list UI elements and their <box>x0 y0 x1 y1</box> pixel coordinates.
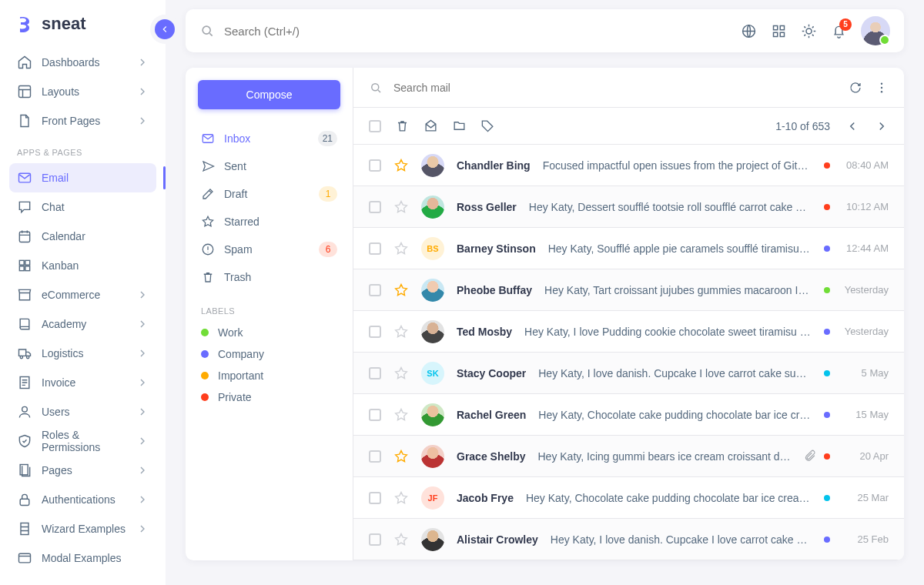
search-input[interactable] <box>223 24 728 38</box>
sidebar-item-calendar[interactable]: Calendar <box>0 222 166 251</box>
mail-from: Barney Stinson <box>457 242 536 255</box>
sidebar-item-chat[interactable]: Chat <box>0 192 166 222</box>
sidebar-item-label: Chat <box>42 201 65 213</box>
mail-row[interactable]: Rachel Green Hey Katy, Chocolate cake pu… <box>353 394 904 436</box>
book-icon <box>17 316 32 332</box>
compose-button[interactable]: Compose <box>198 80 340 109</box>
email-main: 1-10 of 653 Chandler Bing Focused impact… <box>353 68 904 560</box>
label-work[interactable]: Work <box>198 322 340 343</box>
select-all-checkbox[interactable] <box>369 120 381 132</box>
sidebar-item-label: Academy <box>42 318 86 330</box>
label-button[interactable] <box>480 119 495 133</box>
sidebar-item-ecommerce[interactable]: eCommerce <box>0 280 166 309</box>
sidebar-item-pages[interactable]: Pages <box>0 456 166 485</box>
star-toggle[interactable] <box>393 282 409 298</box>
folder-badge: 21 <box>318 131 337 146</box>
chevron-right-icon <box>136 347 149 359</box>
label-private[interactable]: Private <box>198 386 340 408</box>
star-toggle[interactable] <box>393 199 409 215</box>
mail-row[interactable]: Alistair Crowley Hey Katy, I love danish… <box>353 519 904 560</box>
folder-trash[interactable]: Trash <box>198 265 340 289</box>
global-search[interactable] <box>199 23 728 38</box>
star-toggle[interactable] <box>393 241 409 256</box>
email-sidebar: Compose Inbox 21 Sent Draft 1 Starred Sp… <box>186 68 353 560</box>
brand[interactable]: sneat <box>0 14 166 48</box>
user-avatar[interactable] <box>861 16 890 45</box>
layout-icon <box>17 84 32 99</box>
star-toggle[interactable] <box>393 449 409 464</box>
theme-button[interactable] <box>801 23 817 39</box>
mail-search-input[interactable] <box>392 81 839 95</box>
folder-spam[interactable]: Spam 6 <box>198 237 340 262</box>
avatar <box>421 196 444 219</box>
shield-icon <box>17 433 32 449</box>
mail-row[interactable]: JF Jacob Frye Hey Katy, Chocolate cake p… <box>353 477 904 519</box>
move-folder-button[interactable] <box>452 119 467 133</box>
star-toggle[interactable] <box>393 407 409 423</box>
sidebar-item-label: Users <box>42 406 70 418</box>
next-page-button[interactable] <box>875 119 889 133</box>
row-checkbox[interactable] <box>369 367 381 379</box>
sidebar-item-kanban[interactable]: Kanban <box>0 251 166 280</box>
sidebar-item-label: Wizard Examples <box>42 523 126 535</box>
truck-icon <box>17 346 32 361</box>
folder-label: Sent <box>224 160 246 172</box>
mail-row[interactable]: Ted Mosby Hey Katy, I love Pudding cooki… <box>353 311 904 353</box>
label-important[interactable]: Important <box>198 365 340 386</box>
sidebar-item-wizard-examples[interactable]: Wizard Examples <box>0 514 166 543</box>
refresh-button[interactable] <box>849 81 862 95</box>
notifications-button[interactable]: 5 <box>831 23 847 39</box>
prev-page-button[interactable] <box>845 119 859 133</box>
row-checkbox[interactable] <box>369 242 381 255</box>
sidebar-item-invoice[interactable]: Invoice <box>0 368 166 397</box>
star-toggle[interactable] <box>393 490 409 506</box>
row-checkbox[interactable] <box>369 533 381 546</box>
modal-icon <box>17 550 32 566</box>
mark-unread-button[interactable] <box>424 119 438 133</box>
row-checkbox[interactable] <box>369 201 381 213</box>
wizard-icon <box>17 521 32 537</box>
sidebar-item-logistics[interactable]: Logistics <box>0 339 166 368</box>
row-checkbox[interactable] <box>369 326 381 338</box>
sidebar-item-label: Dashboards <box>42 56 100 69</box>
folder-draft[interactable]: Draft 1 <box>198 182 340 206</box>
star-toggle[interactable] <box>393 366 409 381</box>
sidebar-item-authentications[interactable]: Authentications <box>0 485 166 514</box>
sidebar-item-front-pages[interactable]: Front Pages <box>0 106 166 135</box>
folder-inbox[interactable]: Inbox 21 <box>198 126 340 151</box>
apps-button[interactable] <box>771 23 787 39</box>
sidebar-collapse-button[interactable] <box>155 19 175 39</box>
sidebar-item-roles-permissions[interactable]: Roles & Permissions <box>0 426 166 456</box>
sidebar-item-dashboards[interactable]: Dashboards <box>0 48 166 77</box>
folder-starred[interactable]: Starred <box>198 209 340 234</box>
mail-row[interactable]: Ross Geller Hey Katy, Dessert soufflé to… <box>353 186 904 228</box>
mail-row[interactable]: BS Barney Stinson Hey Katy, Soufflé appl… <box>353 228 904 269</box>
star-toggle[interactable] <box>393 532 409 547</box>
label-company[interactable]: Company <box>198 343 340 365</box>
mail-time: Yesterday <box>838 284 889 296</box>
sidebar-item-email[interactable]: Email <box>9 163 156 192</box>
language-button[interactable] <box>741 23 757 39</box>
mail-row[interactable]: Grace Shelby Hey Katy, Icing gummi bears… <box>353 436 904 477</box>
mail-from: Jacob Frye <box>457 492 514 504</box>
row-checkbox[interactable] <box>369 450 381 463</box>
sidebar-item-modal-examples[interactable]: Modal Examples <box>0 543 166 573</box>
row-checkbox[interactable] <box>369 284 381 296</box>
delete-button[interactable] <box>395 119 410 133</box>
chevron-right-icon <box>136 289 149 301</box>
sidebar-item-academy[interactable]: Academy <box>0 309 166 339</box>
sidebar-item-users[interactable]: Users <box>0 397 166 426</box>
row-checkbox[interactable] <box>369 492 381 504</box>
sidebar-item-layouts[interactable]: Layouts <box>0 77 166 106</box>
mail-subject: Hey Katy, I love danish. Cupcake I love … <box>538 367 812 379</box>
star-toggle[interactable] <box>393 158 409 173</box>
row-checkbox[interactable] <box>369 409 381 421</box>
chevron-right-icon <box>136 85 149 98</box>
folder-sent[interactable]: Sent <box>198 154 340 179</box>
star-toggle[interactable] <box>393 324 409 339</box>
mail-row[interactable]: Pheobe Buffay Hey Katy, Tart croissant j… <box>353 269 904 311</box>
more-options-button[interactable] <box>875 81 889 95</box>
mail-row[interactable]: Chandler Bing Focused impactful open iss… <box>353 145 904 186</box>
mail-row[interactable]: SK Stacy Cooper Hey Katy, I love danish.… <box>353 353 904 394</box>
row-checkbox[interactable] <box>369 159 381 172</box>
